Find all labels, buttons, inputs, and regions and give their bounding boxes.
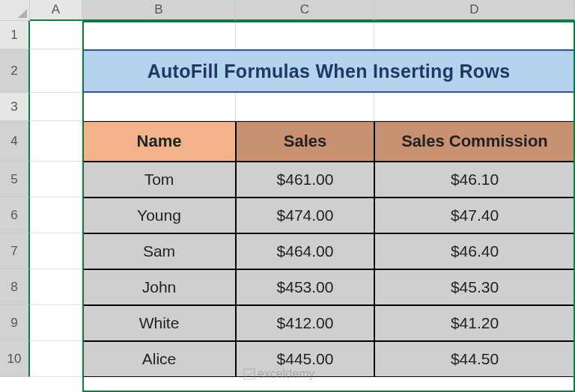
cell-A1[interactable] <box>30 21 82 49</box>
data-name-0[interactable]: Tom <box>82 162 236 197</box>
cell-A5[interactable] <box>30 162 82 197</box>
data-commission-1[interactable]: $47.40 <box>374 197 575 233</box>
data-commission-0[interactable]: $46.10 <box>374 162 575 197</box>
row-header-10[interactable]: 10 <box>0 341 30 377</box>
cell-A10[interactable] <box>30 341 82 377</box>
data-sales-3[interactable]: $453.00 <box>236 269 374 305</box>
cell-B1[interactable] <box>82 21 236 49</box>
data-sales-0[interactable]: $461.00 <box>236 162 374 197</box>
data-sales-4[interactable]: $412.00 <box>236 305 374 341</box>
data-commission-3[interactable]: $45.30 <box>374 269 575 305</box>
cell-A8[interactable] <box>30 269 82 305</box>
row-header-2[interactable]: 2 <box>0 49 30 93</box>
row-header-6[interactable]: 6 <box>0 197 30 233</box>
spreadsheet[interactable]: ABCD 12345678910 AutoFill Formulas When … <box>0 0 575 392</box>
grid-area[interactable]: AutoFill Formulas When Inserting RowsNam… <box>30 21 575 377</box>
data-name-3[interactable]: John <box>82 269 236 305</box>
table-header-sales[interactable]: Sales <box>236 121 374 162</box>
row-header-7[interactable]: 7 <box>0 233 30 269</box>
data-sales-1[interactable]: $474.00 <box>236 197 374 233</box>
cell-A4[interactable] <box>30 121 82 162</box>
data-commission-5[interactable]: $44.50 <box>374 341 575 377</box>
column-header-C[interactable]: C <box>236 0 374 21</box>
cell-A3[interactable] <box>30 93 82 121</box>
column-headers: ABCD <box>30 0 575 21</box>
cell-A6[interactable] <box>30 197 82 233</box>
cell-A2[interactable] <box>30 49 82 93</box>
row-header-4[interactable]: 4 <box>0 121 30 162</box>
select-all-corner[interactable] <box>0 0 30 21</box>
data-name-1[interactable]: Young <box>82 197 236 233</box>
data-name-2[interactable]: Sam <box>82 233 236 269</box>
row-header-9[interactable]: 9 <box>0 305 30 341</box>
row-header-8[interactable]: 8 <box>0 269 30 305</box>
title-cell[interactable]: AutoFill Formulas When Inserting Rows <box>82 49 575 93</box>
column-header-A[interactable]: A <box>30 0 82 21</box>
cell-A9[interactable] <box>30 305 82 341</box>
row-header-1[interactable]: 1 <box>0 21 30 49</box>
data-commission-2[interactable]: $46.40 <box>374 233 575 269</box>
row-header-3[interactable]: 3 <box>0 93 30 121</box>
data-commission-4[interactable]: $41.20 <box>374 305 575 341</box>
table-header-name[interactable]: Name <box>82 121 236 162</box>
table-header-commission[interactable]: Sales Commission <box>374 121 575 162</box>
cell-A7[interactable] <box>30 233 82 269</box>
column-header-D[interactable]: D <box>374 0 575 21</box>
cell-D3[interactable] <box>374 93 575 121</box>
data-name-5[interactable]: Alice <box>82 341 236 377</box>
data-sales-2[interactable]: $464.00 <box>236 233 374 269</box>
row-header-5[interactable]: 5 <box>0 162 30 197</box>
column-header-B[interactable]: B <box>82 0 236 21</box>
cell-D1[interactable] <box>374 21 575 49</box>
cell-C1[interactable] <box>236 21 374 49</box>
data-name-4[interactable]: White <box>82 305 236 341</box>
row-headers: 12345678910 <box>0 21 30 377</box>
cell-C3[interactable] <box>236 93 374 121</box>
data-sales-5[interactable]: $445.00 <box>236 341 374 377</box>
cell-B3[interactable] <box>82 93 236 121</box>
